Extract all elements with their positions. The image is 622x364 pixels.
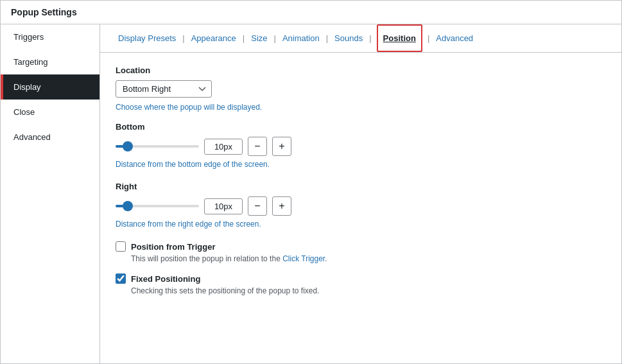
tab-separator-6: | xyxy=(428,33,429,43)
fixed-positioning-row: Fixed Positioning xyxy=(116,273,606,284)
bottom-slider-row: − + xyxy=(116,137,606,156)
page-title: Popup Settings xyxy=(11,7,77,17)
bottom-value-input[interactable] xyxy=(204,139,243,155)
tab-position[interactable]: Position xyxy=(377,24,422,52)
right-slider[interactable] xyxy=(116,205,199,207)
position-trigger-checkbox[interactable] xyxy=(116,241,126,252)
location-description: Choose where the popup will be displayed… xyxy=(116,103,606,112)
bottom-section: Bottom − + Distance from the bottom edge… xyxy=(116,122,606,169)
right-decrement-button[interactable]: − xyxy=(248,196,267,216)
bottom-description: Distance from the bottom edge of the scr… xyxy=(116,160,606,169)
fixed-positioning-section: Fixed Positioning Checking this sets the… xyxy=(116,273,606,295)
tab-animation[interactable]: Animation xyxy=(281,24,321,52)
fixed-positioning-label: Fixed Positioning xyxy=(131,274,200,284)
bottom-decrement-button[interactable]: − xyxy=(248,137,267,156)
right-section: Right − + Distance from the right edge o… xyxy=(116,182,606,229)
right-label: Right xyxy=(116,182,606,191)
fixed-positioning-description: Checking this sets the positioning of th… xyxy=(116,286,606,295)
tab-separator-5: | xyxy=(369,33,371,43)
sidebar-item-display[interactable]: Display xyxy=(1,74,99,100)
position-trigger-label: Position from Trigger xyxy=(131,242,215,252)
sidebar-item-triggers[interactable]: Triggers xyxy=(1,24,99,49)
fixed-positioning-checkbox[interactable] xyxy=(116,273,126,284)
tab-content: Location Bottom Right Bottom Left Top Ri… xyxy=(100,53,621,318)
right-description: Distance from the right edge of the scre… xyxy=(116,220,606,229)
tab-appearance[interactable]: Appearance xyxy=(190,24,238,52)
tab-separator-1: | xyxy=(182,33,184,43)
position-trigger-description: This will position the popup in relation… xyxy=(116,254,606,263)
tab-size[interactable]: Size xyxy=(250,24,268,52)
bottom-slider[interactable] xyxy=(116,145,199,148)
sidebar-item-advanced[interactable]: Advanced xyxy=(1,125,99,150)
tab-bar: Display Presets | Appearance | Size | An… xyxy=(100,24,621,53)
tab-separator-4: | xyxy=(326,33,328,43)
right-value-input[interactable] xyxy=(204,198,243,214)
location-label: Location xyxy=(116,65,606,75)
location-select-wrapper: Bottom Right Bottom Left Top Right Top L… xyxy=(116,80,606,98)
location-section: Location Bottom Right Bottom Left Top Ri… xyxy=(116,65,606,112)
position-trigger-row: Position from Trigger xyxy=(116,241,606,252)
location-select[interactable]: Bottom Right Bottom Left Top Right Top L… xyxy=(116,80,212,98)
sidebar-item-targeting[interactable]: Targeting xyxy=(1,49,99,74)
popup-settings-container: Popup Settings Triggers Targeting Displa… xyxy=(0,0,622,364)
position-trigger-section: Position from Trigger This will position… xyxy=(116,241,606,263)
main-content: Display Presets | Appearance | Size | An… xyxy=(100,24,621,363)
tab-display-presets[interactable]: Display Presets xyxy=(117,24,177,52)
tab-sounds[interactable]: Sounds xyxy=(333,24,364,52)
page-header: Popup Settings xyxy=(1,1,621,24)
bottom-label: Bottom xyxy=(116,122,606,132)
tab-separator-3: | xyxy=(274,33,276,43)
tab-separator-2: | xyxy=(243,33,245,43)
right-increment-button[interactable]: + xyxy=(272,196,291,216)
sidebar-item-close[interactable]: Close xyxy=(1,100,99,125)
main-body: Triggers Targeting Display Close Advance… xyxy=(1,24,621,363)
right-slider-row: − + xyxy=(116,196,606,216)
tab-advanced[interactable]: Advanced xyxy=(435,24,474,52)
click-trigger-link[interactable]: Click Trigger xyxy=(282,254,325,263)
bottom-increment-button[interactable]: + xyxy=(272,137,291,156)
sidebar: Triggers Targeting Display Close Advance… xyxy=(1,24,100,363)
